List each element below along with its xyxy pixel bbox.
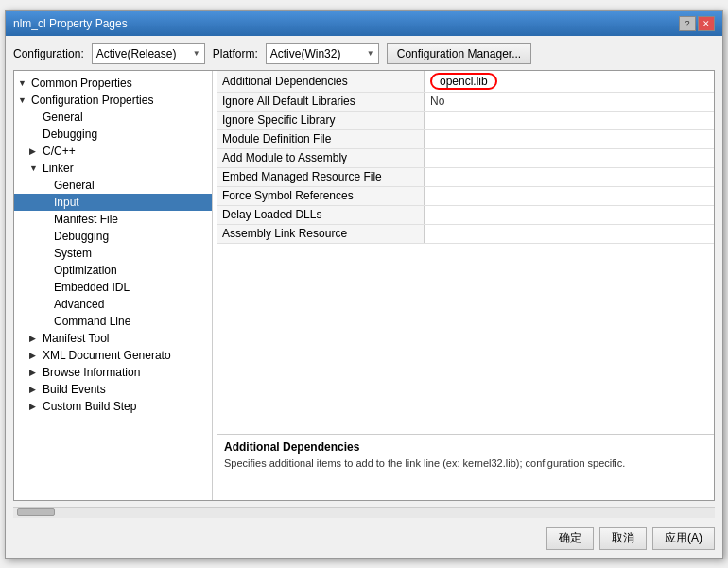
config-label: Configuration:	[13, 47, 84, 60]
prop-name-delay-loaded: Delay Loaded DLLs	[217, 206, 425, 224]
tree-arrow-manifest-tool: ▶	[29, 334, 41, 343]
tree-arrow-common-properties: ▼	[18, 78, 29, 88]
config-manager-button[interactable]: Configuration Manager...	[387, 43, 531, 64]
sidebar-item-label-debugging: Debugging	[43, 128, 97, 141]
right-panel: Additional Dependenciesopencl.libIgnore …	[217, 71, 714, 500]
tree-arrow-cpp: ▶	[29, 146, 41, 156]
sidebar-item-linker-general[interactable]: General	[14, 177, 212, 194]
prop-row-delay-loaded[interactable]: Delay Loaded DLLs	[217, 206, 714, 225]
sidebar-item-label-browse-info: Browse Information	[43, 366, 140, 379]
scrollbar-thumb[interactable]	[17, 508, 55, 516]
prop-value-additional-deps: opencl.lib	[425, 71, 714, 92]
sidebar-item-build-events[interactable]: ▶Build Events	[14, 381, 212, 398]
sidebar-item-debugging[interactable]: Debugging	[14, 126, 212, 143]
left-panel: ▼Common Properties▼Configuration Propert…	[14, 71, 213, 500]
desc-text: Specifies additional items to add to the…	[224, 456, 706, 471]
prop-value-delay-loaded	[425, 206, 714, 224]
desc-title: Additional Dependencies	[224, 440, 706, 454]
tree-arrow-xml-doc-generator: ▶	[29, 351, 41, 360]
prop-row-module-def-file[interactable]: Module Definition File	[217, 130, 714, 149]
sidebar-item-label-advanced: Advanced	[54, 298, 104, 311]
prop-value-module-def-file	[425, 130, 714, 148]
prop-value-force-symbol	[425, 187, 714, 205]
sidebar-item-embedded-idl[interactable]: Embedded IDL	[14, 279, 212, 296]
platform-combo[interactable]: Active(Win32) ▼	[266, 43, 379, 64]
sidebar-item-label-xml-doc-generator: XML Document Generato	[43, 349, 171, 362]
sidebar-item-label-linker-input: Input	[54, 196, 79, 209]
prop-row-ignore-specific[interactable]: Ignore Specific Library	[217, 112, 714, 130]
prop-row-assembly-link[interactable]: Assembly Link Resource	[217, 225, 714, 244]
tree-arrow-build-events: ▶	[29, 385, 41, 394]
platform-arrow: ▼	[367, 49, 374, 58]
prop-row-embed-managed[interactable]: Embed Managed Resource File	[217, 168, 714, 187]
sidebar-item-browse-info[interactable]: ▶Browse Information	[14, 364, 212, 381]
sidebar-item-optimization[interactable]: Optimization	[14, 262, 212, 279]
sidebar-item-label-command-line: Command Line	[54, 315, 130, 328]
prop-row-add-module[interactable]: Add Module to Assembly	[217, 149, 714, 168]
sidebar-item-manifest-file[interactable]: Manifest File	[14, 211, 212, 228]
sidebar-item-label-configuration-properties: Configuration Properties	[31, 94, 153, 107]
description-panel: Additional Dependencies Specifies additi…	[217, 434, 714, 500]
sidebar-item-advanced[interactable]: Advanced	[14, 296, 212, 313]
sidebar-item-linker-input[interactable]: Input	[14, 194, 212, 211]
prop-name-additional-deps: Additional Dependencies	[217, 71, 425, 92]
opencl-highlight: opencl.lib	[430, 73, 497, 90]
prop-name-force-symbol: Force Symbol References	[217, 187, 425, 205]
cancel-button[interactable]: 取消	[599, 527, 647, 550]
help-button[interactable]: ?	[679, 16, 696, 31]
apply-button[interactable]: 应用(A)	[652, 527, 715, 550]
sidebar-item-general[interactable]: General	[14, 109, 212, 126]
tree-arrow-custom-build-step: ▶	[29, 402, 41, 411]
sidebar-item-common-properties[interactable]: ▼Common Properties	[14, 75, 212, 92]
property-pages-window: nlm_cl Property Pages ? ✕ Configuration:…	[5, 10, 723, 559]
bottom-row: 确定 取消 应用(A)	[13, 524, 715, 550]
prop-name-embed-managed: Embed Managed Resource File	[217, 168, 425, 186]
prop-name-ignore-specific: Ignore Specific Library	[217, 112, 425, 129]
prop-value-ignore-specific	[425, 112, 714, 129]
close-button[interactable]: ✕	[698, 16, 715, 31]
scrollbar-area	[13, 507, 715, 518]
config-value: Active(Release)	[96, 47, 177, 60]
sidebar-item-custom-build-step[interactable]: ▶Custom Build Step	[14, 398, 212, 415]
ok-button[interactable]: 确定	[546, 527, 594, 550]
sidebar-item-cpp[interactable]: ▶C/C++	[14, 143, 212, 160]
sidebar-item-manifest-tool[interactable]: ▶Manifest Tool	[14, 330, 212, 347]
prop-name-assembly-link: Assembly Link Resource	[217, 225, 425, 243]
prop-name-module-def-file: Module Definition File	[217, 130, 425, 148]
sidebar-item-label-custom-build-step: Custom Build Step	[43, 400, 136, 413]
sidebar-item-label-general: General	[43, 111, 83, 124]
prop-value-add-module	[425, 149, 714, 167]
sidebar-item-linker-debugging[interactable]: Debugging	[14, 228, 212, 245]
title-bar: nlm_cl Property Pages ? ✕	[6, 11, 722, 36]
sidebar-item-label-manifest-tool: Manifest Tool	[43, 332, 109, 345]
config-arrow: ▼	[193, 49, 200, 58]
prop-name-add-module: Add Module to Assembly	[217, 149, 425, 167]
prop-row-ignore-all-defaults[interactable]: Ignore All Default LibrariesNo	[217, 93, 714, 112]
prop-value-ignore-all-defaults: No	[425, 93, 714, 111]
prop-value-assembly-link	[425, 225, 714, 243]
sidebar-item-label-system: System	[54, 247, 92, 260]
platform-label: Platform:	[213, 47, 258, 60]
prop-row-additional-deps[interactable]: Additional Dependenciesopencl.lib	[217, 71, 714, 93]
sidebar-item-xml-doc-generator[interactable]: ▶XML Document Generato	[14, 347, 212, 364]
toolbar-row: Configuration: Active(Release) ▼ Platfor…	[13, 43, 715, 64]
sidebar-item-label-cpp: C/C++	[43, 145, 76, 158]
config-combo[interactable]: Active(Release) ▼	[92, 43, 205, 64]
sidebar-item-system[interactable]: System	[14, 245, 212, 262]
properties-table: Additional Dependenciesopencl.libIgnore …	[217, 71, 714, 434]
tree-arrow-configuration-properties: ▼	[18, 95, 29, 105]
prop-row-force-symbol[interactable]: Force Symbol References	[217, 187, 714, 206]
sidebar-item-label-embedded-idl: Embedded IDL	[54, 281, 130, 294]
content-area: ▼Common Properties▼Configuration Propert…	[13, 70, 715, 501]
sidebar-item-label-linker-general: General	[54, 179, 95, 192]
prop-name-ignore-all-defaults: Ignore All Default Libraries	[217, 93, 425, 111]
platform-value: Active(Win32)	[270, 47, 341, 60]
sidebar-item-label-optimization: Optimization	[54, 264, 117, 277]
sidebar-item-label-linker-debugging: Debugging	[54, 230, 109, 243]
sidebar-item-command-line[interactable]: Command Line	[14, 313, 212, 330]
sidebar-item-label-manifest-file: Manifest File	[54, 213, 118, 226]
sidebar-item-configuration-properties[interactable]: ▼Configuration Properties	[14, 92, 212, 109]
window-body: Configuration: Active(Release) ▼ Platfor…	[6, 36, 722, 558]
sidebar-item-label-linker: Linker	[43, 162, 74, 175]
sidebar-item-linker[interactable]: ▼Linker	[14, 160, 212, 177]
